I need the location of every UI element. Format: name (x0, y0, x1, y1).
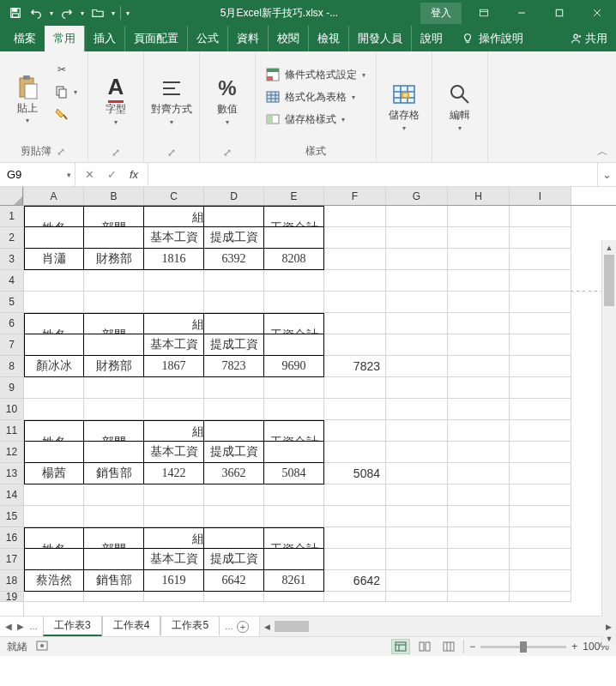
cell[interactable] (264, 506, 324, 527)
cell[interactable] (510, 313, 571, 334)
cell[interactable]: 姓名 (24, 527, 84, 549)
cell[interactable] (84, 549, 144, 570)
cell[interactable] (510, 420, 571, 442)
cell[interactable] (144, 377, 204, 399)
row-header[interactable]: 3 (0, 249, 23, 270)
cell[interactable]: 財務部 (84, 249, 144, 270)
cell[interactable] (84, 227, 144, 249)
cell[interactable] (144, 506, 204, 527)
cell[interactable]: 1816 (144, 249, 204, 270)
cell[interactable] (510, 399, 571, 420)
expand-formula-bar[interactable]: ⌄ (597, 163, 616, 186)
cell[interactable] (448, 356, 510, 377)
cell[interactable]: 6642 (324, 570, 386, 592)
formula-input[interactable] (148, 168, 597, 181)
cell[interactable] (386, 377, 448, 399)
cell[interactable] (448, 570, 510, 592)
row-header[interactable]: 5 (0, 292, 23, 313)
ribbon-options-button[interactable] (465, 0, 503, 26)
horizontal-scrollbar[interactable]: ◀ ▶ (259, 617, 616, 636)
sheet-tab[interactable]: 工作表5 (160, 617, 220, 636)
cell[interactable] (204, 292, 264, 313)
row-header[interactable]: 1 (0, 206, 23, 227)
dialog-launcher[interactable]: ⤢ (55, 146, 67, 158)
minimize-button[interactable] (503, 0, 541, 26)
cell[interactable] (448, 377, 510, 399)
cell[interactable] (448, 399, 510, 420)
cell[interactable]: 工資合計 (264, 206, 324, 227)
cell[interactable] (448, 270, 510, 292)
column-header[interactable]: E (264, 187, 324, 205)
cell[interactable] (144, 292, 204, 313)
cell[interactable]: 基本工資 (144, 334, 204, 356)
font-button[interactable]: A 字型▾ (95, 57, 136, 145)
undo-button[interactable] (26, 1, 46, 25)
cell[interactable] (24, 292, 84, 313)
cell[interactable] (24, 549, 84, 570)
cancel-formula-button[interactable]: ✕ (79, 165, 100, 185)
dialog-launcher[interactable]: ⤢ (166, 147, 178, 159)
row-header[interactable]: 12 (0, 442, 23, 463)
paste-button[interactable]: 貼上▾ (7, 57, 48, 142)
copy-button[interactable]: ▾ (51, 82, 81, 101)
cells-area[interactable]: 姓名部門組成工資合計基本工資提成工資肖瀟財務部181663928208姓名部門組… (24, 206, 616, 602)
redo-button[interactable] (57, 1, 77, 25)
cell[interactable] (264, 442, 324, 463)
cell[interactable] (324, 206, 386, 227)
cell[interactable] (264, 292, 324, 313)
cell[interactable] (24, 442, 84, 463)
cell[interactable] (24, 592, 84, 602)
cell[interactable] (448, 420, 510, 442)
normal-view-button[interactable] (391, 639, 410, 654)
page-break-view-button[interactable] (439, 639, 458, 654)
cell[interactable] (204, 420, 264, 442)
cell[interactable] (510, 506, 571, 527)
row-header[interactable]: 9 (0, 377, 23, 399)
cell[interactable] (324, 377, 386, 399)
cell[interactable] (510, 570, 571, 592)
cell[interactable]: 8208 (264, 249, 324, 270)
signin-button[interactable]: 登入 (420, 3, 462, 24)
page-layout-view-button[interactable] (415, 639, 434, 654)
cell[interactable] (204, 506, 264, 527)
cell[interactable] (144, 399, 204, 420)
cell[interactable] (324, 484, 386, 506)
row-header[interactable]: 15 (0, 506, 23, 527)
cell[interactable]: 7823 (324, 356, 386, 377)
ribbon-tab-4[interactable]: 公式 (187, 26, 227, 51)
sheet-tab[interactable]: 工作表4 (102, 617, 161, 636)
row-header[interactable]: 7 (0, 334, 23, 356)
cell[interactable] (386, 570, 448, 592)
column-header[interactable]: D (204, 187, 264, 205)
cell[interactable]: 基本工資 (144, 227, 204, 249)
column-header[interactable]: B (84, 187, 144, 205)
row-header[interactable]: 11 (0, 420, 23, 442)
alignment-button[interactable]: 對齊方式▾ (151, 57, 192, 145)
cell[interactable] (324, 420, 386, 442)
cell[interactable] (386, 592, 448, 602)
cell[interactable]: 7823 (204, 356, 264, 377)
cell[interactable] (324, 592, 386, 602)
cell[interactable] (386, 270, 448, 292)
column-header[interactable]: H (448, 187, 510, 205)
cell[interactable] (24, 377, 84, 399)
cell[interactable]: 顏冰冰 (24, 356, 84, 377)
enter-formula-button[interactable]: ✓ (101, 165, 122, 185)
ribbon-tab-5[interactable]: 資料 (227, 26, 268, 51)
ribbon-tab-7[interactable]: 檢視 (308, 26, 348, 51)
cell[interactable] (510, 442, 571, 463)
cell[interactable]: 工資合計 (264, 420, 324, 442)
name-box[interactable]: ▾ (0, 163, 75, 186)
tell-me-button[interactable]: 操作說明 (455, 26, 530, 51)
cell[interactable] (84, 334, 144, 356)
column-header[interactable]: G (386, 187, 448, 205)
cell[interactable] (448, 334, 510, 356)
sheet-tab[interactable]: 工作表3 (43, 617, 102, 636)
maximize-button[interactable] (541, 0, 578, 26)
row-header[interactable]: 8 (0, 356, 23, 377)
qat-customize[interactable]: ▾ (123, 1, 133, 25)
ribbon-tab-6[interactable]: 校閱 (268, 26, 308, 51)
dialog-launcher[interactable]: ⤢ (110, 147, 122, 159)
cell[interactable]: 部門 (84, 527, 144, 549)
row-header[interactable]: 2 (0, 227, 23, 249)
